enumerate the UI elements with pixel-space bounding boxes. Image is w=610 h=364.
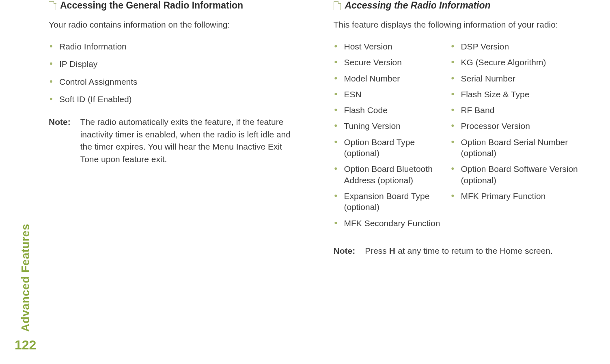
left-heading-text: Accessing the General Radio Information <box>60 0 243 11</box>
left-intro: Your radio contains information on the f… <box>49 20 301 30</box>
list-item: Option Board Type (optional) <box>334 137 446 159</box>
left-column: Accessing the General Radio Information … <box>49 0 301 257</box>
list-item: MFK Primary Function <box>450 191 586 201</box>
right-intro: This feature displays the following info… <box>334 20 586 30</box>
list-item: Control Assignments <box>49 76 301 87</box>
list-item: ESN <box>334 89 446 100</box>
home-key-icon: H <box>389 246 396 255</box>
list-item: Host Version <box>334 41 446 52</box>
list-item: Radio Information <box>49 41 301 52</box>
right-note: Note: Press H at any time to return to t… <box>334 245 586 257</box>
list-item: Flash Size & Type <box>450 89 586 100</box>
list-item: Model Number <box>334 73 446 84</box>
note-label: Note: <box>49 116 71 165</box>
right-bullet-list-col1: Host Version Secure Version Model Number… <box>334 41 446 233</box>
list-item: Soft ID (If Enabled) <box>49 94 301 105</box>
list-item: Expansion Board Type (optional) <box>334 191 446 213</box>
right-bullet-list-col2: DSP Version KG (Secure Algorithm) Serial… <box>450 41 586 233</box>
note-text: Press H at any time to return to the Hom… <box>365 245 586 257</box>
list-item: IP Display <box>49 58 301 69</box>
note-label: Note: <box>334 245 356 257</box>
right-heading: Accessing the Radio Information <box>334 0 586 11</box>
left-heading: Accessing the General Radio Information <box>49 0 301 11</box>
page-number: 122 <box>15 338 36 353</box>
left-bullet-list: Radio Information IP Display Control Ass… <box>49 41 301 105</box>
note-suffix: at any time to return to the Home screen… <box>395 246 553 255</box>
document-icon <box>334 1 341 10</box>
section-label: Advanced Features <box>19 224 32 332</box>
right-column: Accessing the Radio Information This fea… <box>334 0 586 257</box>
list-item: Option Board Serial Number (optional) <box>450 137 586 159</box>
list-item: Option Board Bluetooth Address (optional… <box>334 163 446 186</box>
note-text: The radio automatically exits the featur… <box>80 116 301 165</box>
note-prefix: Press <box>365 246 389 255</box>
list-item: RF Band <box>450 105 586 116</box>
document-icon <box>49 1 56 10</box>
list-item: Flash Code <box>334 105 446 116</box>
right-heading-text: Accessing the Radio Information <box>345 0 491 11</box>
list-item: KG (Secure Algorithm) <box>450 57 586 68</box>
document-page: Advanced Features 122 Accessing the Gene… <box>0 0 610 364</box>
right-two-col-list: Host Version Secure Version Model Number… <box>334 41 586 233</box>
list-item: Processor Version <box>450 120 586 131</box>
list-item: MFK Secondary Function <box>334 218 446 229</box>
list-item: DSP Version <box>450 41 586 52</box>
content-columns: Accessing the General Radio Information … <box>49 0 586 257</box>
list-item: Serial Number <box>450 73 586 84</box>
left-note: Note: The radio automatically exits the … <box>49 116 301 165</box>
list-item: Option Board Software Version (optional) <box>450 163 586 186</box>
list-item: Secure Version <box>334 57 446 68</box>
sidebar: Advanced Features 122 <box>15 224 36 353</box>
list-item: Tuning Version <box>334 120 446 131</box>
